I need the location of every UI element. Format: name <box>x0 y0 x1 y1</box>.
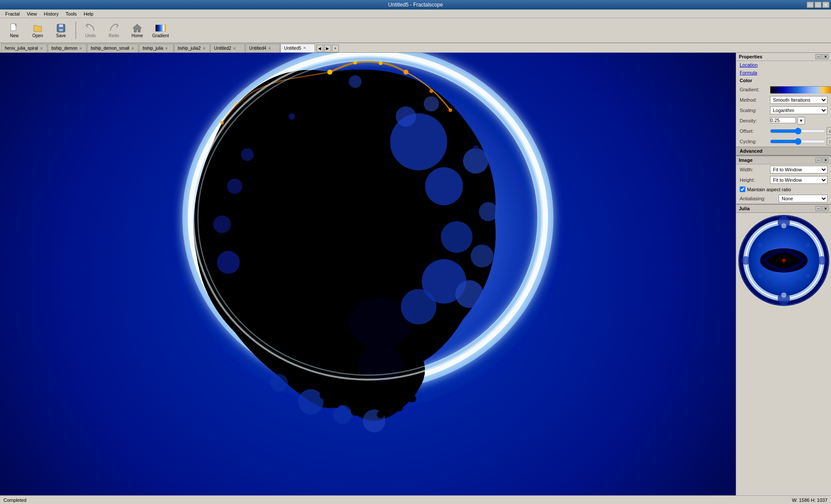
menu-fractal[interactable]: Fractal <box>2 10 23 17</box>
tab-next-button[interactable]: ▶ <box>324 45 331 52</box>
tabs: henix_julia_spiral ✕ bship_demon ✕ bship… <box>0 43 831 53</box>
tab-close-4[interactable]: ✕ <box>165 46 168 51</box>
tab-untitled5[interactable]: Untitled5 ✕ <box>280 44 315 52</box>
gradient-button[interactable]: Gradient <box>150 19 171 41</box>
open-label: Open <box>32 33 43 38</box>
tab-henix-julia-spiral[interactable]: henix_julia_spiral ✕ <box>1 44 47 52</box>
maximize-button[interactable]: □ <box>815 2 821 8</box>
close-button[interactable]: ✕ <box>822 2 829 8</box>
cycling-slider-container: □ <box>770 138 831 145</box>
svg-point-19 <box>479 202 498 221</box>
save-button[interactable]: Save <box>50 19 72 41</box>
antialiasing-select-container[interactable]: None 2x 4x 8x <box>779 195 828 202</box>
new-label: New <box>10 33 19 38</box>
offset-reset-button[interactable]: ↺ <box>827 127 831 135</box>
tab-close-5[interactable]: ✕ <box>203 46 206 51</box>
svg-point-14 <box>425 167 463 205</box>
density-input-container[interactable]: ▼ <box>770 117 828 125</box>
open-button[interactable]: Open <box>27 19 48 41</box>
svg-point-44 <box>289 113 295 120</box>
location-link[interactable]: Location <box>736 61 831 69</box>
new-button[interactable]: New <box>3 19 25 41</box>
svg-point-70 <box>796 281 802 287</box>
cycling-slider[interactable] <box>770 138 826 145</box>
offset-slider-container: ↺ <box>770 127 831 135</box>
scaling-select-container[interactable]: Logarithm Linear Square Root <box>770 106 828 114</box>
svg-point-17 <box>401 289 436 324</box>
menu-help[interactable]: Help <box>80 10 97 17</box>
scaling-label: Scaling: <box>740 108 770 113</box>
tab-close-7[interactable]: ✕ <box>268 46 271 51</box>
tab-close-3[interactable]: ✕ <box>131 46 135 51</box>
properties-header: Properties ─ ✕ <box>736 53 831 61</box>
svg-point-31 <box>220 121 224 125</box>
advanced-section: Advanced <box>736 147 831 155</box>
height-select-container[interactable]: Fit to Window 600 768 1024 1080 <box>770 176 828 184</box>
julia-close[interactable]: ✕ <box>822 206 828 211</box>
tab-close-8[interactable]: ✕ <box>303 46 306 50</box>
offset-row: Offset: ↺ <box>736 126 831 136</box>
svg-point-43 <box>304 87 311 93</box>
properties-minimize-button[interactable]: ─ <box>815 54 821 59</box>
image-panel-close[interactable]: ✕ <box>822 157 828 163</box>
titlebar-controls[interactable]: ─ □ ✕ <box>807 2 829 8</box>
tab-label: bship_demon_small <box>91 46 129 51</box>
julia-minimize[interactable]: ─ <box>815 206 821 211</box>
main-area: Properties ─ ✕ Location Formula Color Gr… <box>0 53 831 495</box>
offset-slider[interactable] <box>770 128 826 135</box>
svg-point-24 <box>349 75 361 88</box>
minimize-button[interactable]: ─ <box>807 2 814 8</box>
julia-preview[interactable] <box>738 215 829 306</box>
svg-point-72 <box>805 243 810 247</box>
tab-close-1[interactable]: ✕ <box>40 46 43 51</box>
svg-point-73 <box>758 273 762 278</box>
maintain-aspect-checkbox[interactable] <box>740 186 745 192</box>
cycling-row: Cycling: □ <box>736 136 831 147</box>
tab-bship-demon-small[interactable]: bship_demon_small ✕ <box>87 44 138 52</box>
tab-untitled4[interactable]: Untitled4 ✕ <box>245 44 280 52</box>
menu-tools[interactable]: Tools <box>62 10 81 17</box>
tab-bship-julia[interactable]: bship_julia ✕ <box>139 44 174 52</box>
density-spinner[interactable]: ▼ <box>797 117 805 125</box>
density-input[interactable] <box>770 117 796 123</box>
gradient-label: Gradient <box>152 33 169 38</box>
svg-point-45 <box>458 131 468 141</box>
tab-prev-button[interactable]: ◀ <box>316 45 323 52</box>
gradient-bar[interactable] <box>770 86 831 93</box>
method-select-container[interactable]: Smooth Iterations Iteration Count Distan… <box>770 96 828 104</box>
menu-view[interactable]: View <box>23 10 41 17</box>
svg-point-46 <box>473 145 479 151</box>
undo-button[interactable]: Undo <box>80 19 101 41</box>
antialiasing-select[interactable]: None 2x 4x 8x <box>779 195 828 202</box>
scaling-select[interactable]: Logarithm Linear Square Root <box>770 106 828 114</box>
tab-close-6[interactable]: ✕ <box>233 46 236 51</box>
svg-point-66 <box>818 256 826 265</box>
height-select[interactable]: Fit to Window 600 768 1024 1080 <box>770 176 828 184</box>
width-select-container[interactable]: Fit to Window 800 1024 1280 1920 <box>770 166 828 173</box>
svg-rect-4 <box>59 29 63 32</box>
properties-close-button[interactable]: ✕ <box>822 54 828 59</box>
tab-new-button[interactable]: + <box>332 45 339 52</box>
menu-history[interactable]: History <box>40 10 62 17</box>
tab-bship-demon[interactable]: bship_demon ✕ <box>48 44 87 52</box>
formula-link[interactable]: Formula <box>736 69 831 77</box>
tab-label: Untitled2 <box>214 46 231 51</box>
cycling-reset-button[interactable]: □ <box>827 138 831 145</box>
tab-close-2[interactable]: ✕ <box>79 46 83 51</box>
image-panel-minimize[interactable]: ─ <box>815 157 821 163</box>
open-icon <box>32 23 43 33</box>
svg-point-75 <box>781 223 786 228</box>
width-select[interactable]: Fit to Window 800 1024 1280 1920 <box>770 166 828 173</box>
redo-button[interactable]: Redo <box>103 19 125 41</box>
dimensions-text: W: 1586 H: 1037 <box>792 498 828 503</box>
svg-point-33 <box>298 389 324 414</box>
tab-untitled2[interactable]: Untitled2 ✕ <box>210 44 245 52</box>
method-select[interactable]: Smooth Iterations Iteration Count Distan… <box>770 96 828 104</box>
tab-bship-julia2[interactable]: bship_julia2 ✕ <box>174 44 210 52</box>
svg-point-50 <box>377 411 385 418</box>
canvas-area[interactable] <box>0 53 736 495</box>
svg-point-74 <box>805 273 810 278</box>
gradient-row: Gradient: <box>736 84 831 95</box>
home-button[interactable]: Home <box>126 19 148 41</box>
svg-point-68 <box>796 234 802 240</box>
